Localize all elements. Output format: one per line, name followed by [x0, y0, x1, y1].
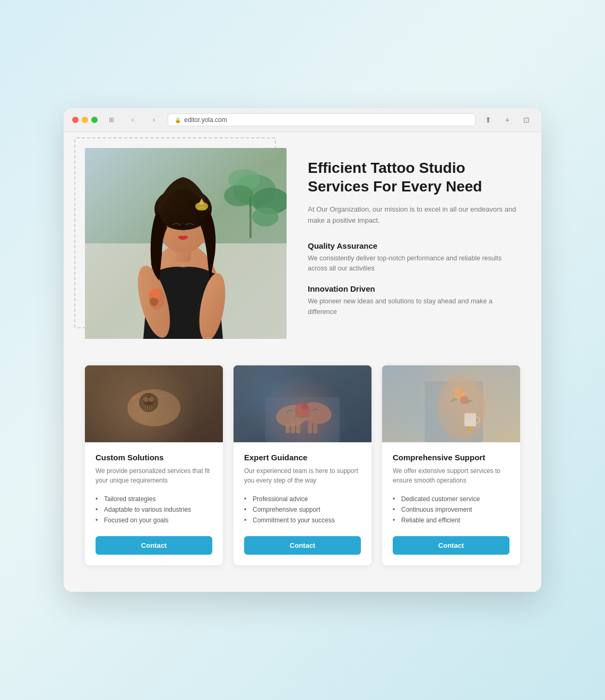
- cards-section: Custom Solutions We provide personalized…: [85, 365, 520, 565]
- svg-point-27: [143, 397, 149, 402]
- card-expert-guidance: Expert Guidance Our experienced team is …: [234, 365, 371, 565]
- svg-point-20: [139, 393, 158, 412]
- card-title-1: Custom Solutions: [96, 453, 212, 462]
- lock-icon: 🔒: [175, 117, 181, 123]
- hero-image-wrapper: [85, 148, 287, 339]
- svg-rect-30: [234, 365, 371, 442]
- svg-rect-29: [85, 365, 223, 442]
- svg-rect-39: [296, 422, 300, 433]
- card-image-1: [85, 365, 223, 442]
- hero-image: [85, 148, 287, 339]
- svg-point-33: [298, 400, 333, 426]
- new-tab-button[interactable]: +: [501, 113, 514, 126]
- svg-rect-41: [313, 424, 317, 433]
- card-title-2: Expert Guidance: [244, 453, 361, 462]
- card-comprehensive-support: Comprehensive Support We offer extensive…: [382, 365, 520, 565]
- svg-point-19: [127, 389, 180, 426]
- browser-window: ⊞ ‹ › 🔒 editor.yola.com ⬆ + ⊡: [64, 108, 541, 592]
- card-body-3: Comprehensive Support We offer extensive…: [382, 442, 520, 565]
- svg-rect-22: [144, 406, 153, 410]
- list-item: Dedicated customer service: [393, 494, 509, 504]
- sidebar-toggle-button[interactable]: ⊞: [104, 115, 119, 125]
- svg-rect-53: [382, 365, 520, 442]
- hero-subtitle: At Our Organization, our mission is to e…: [308, 204, 520, 226]
- svg-rect-43: [382, 365, 520, 442]
- feature-desc-1: We consistently deliver top-notch perfor…: [308, 253, 520, 274]
- bookmark-button[interactable]: ⊡: [520, 113, 533, 126]
- svg-point-50: [461, 391, 468, 397]
- close-traffic-light[interactable]: [72, 117, 79, 123]
- list-item: Adaptable to various industries: [96, 504, 212, 515]
- svg-point-49: [459, 387, 465, 394]
- card-desc-1: We provide personalized services that fi…: [96, 466, 212, 485]
- feature-quality-assurance: Quality Assurance We consistently delive…: [308, 241, 520, 274]
- card-title-3: Comprehensive Support: [393, 453, 509, 462]
- hero-title: Efficient Tattoo Studio Services For Eve…: [308, 159, 520, 196]
- card-list-3: Dedicated customer service Continuous im…: [393, 494, 509, 526]
- svg-rect-18: [85, 365, 223, 442]
- card-image-2: [234, 365, 371, 442]
- back-button[interactable]: ‹: [125, 115, 140, 125]
- svg-rect-37: [286, 424, 290, 433]
- hero-text: Efficient Tattoo Studio Services For Eve…: [308, 148, 520, 328]
- svg-rect-38: [291, 423, 295, 433]
- svg-point-34: [295, 403, 310, 418]
- traffic-lights: [72, 117, 98, 123]
- list-item: Reliable and efficient: [393, 515, 509, 526]
- svg-point-32: [274, 402, 309, 429]
- list-item: Commitment to your success: [244, 515, 361, 526]
- card-body-1: Custom Solutions We provide personalized…: [85, 442, 223, 565]
- svg-rect-42: [234, 365, 371, 442]
- card-desc-3: We offer extensive support services to e…: [393, 466, 509, 485]
- card-list-1: Tailored strategies Adaptable to various…: [96, 494, 212, 526]
- hero-image-placeholder: [85, 148, 287, 339]
- browser-toolbar: ⊞ ‹ › 🔒 editor.yola.com ⬆ + ⊡: [64, 108, 541, 132]
- maximize-traffic-light[interactable]: [91, 117, 98, 123]
- svg-point-48: [453, 387, 460, 395]
- svg-point-47: [460, 396, 469, 404]
- svg-point-36: [301, 404, 308, 410]
- list-item: Continuous improvement: [393, 504, 509, 515]
- address-bar[interactable]: 🔒 editor.yola.com: [168, 113, 476, 126]
- contact-button-2[interactable]: Contact: [244, 536, 361, 555]
- feature-title-1: Quality Assurance: [308, 241, 520, 250]
- list-item: Comprehensive support: [244, 504, 361, 515]
- hero-section: Efficient Tattoo Studio Services For Eve…: [85, 148, 520, 339]
- list-item: Tailored strategies: [96, 494, 212, 504]
- feature-title-2: Innovation Driven: [308, 284, 520, 293]
- svg-rect-31: [265, 397, 340, 442]
- contact-button-3[interactable]: Contact: [393, 536, 509, 555]
- list-item: Professional advice: [244, 494, 361, 504]
- forward-button[interactable]: ›: [146, 115, 161, 125]
- svg-point-45: [438, 376, 486, 440]
- card-custom-solutions: Custom Solutions We provide personalized…: [85, 365, 223, 565]
- feature-desc-2: We pioneer new ideas and solutions to st…: [308, 296, 520, 317]
- card-body-2: Expert Guidance Our experienced team is …: [234, 442, 371, 565]
- card-list-2: Professional advice Comprehensive suppor…: [244, 494, 361, 526]
- browser-content: Efficient Tattoo Studio Services For Eve…: [64, 132, 541, 592]
- minimize-traffic-light[interactable]: [82, 117, 88, 123]
- svg-point-52: [468, 427, 472, 431]
- svg-point-17: [181, 230, 185, 233]
- contact-button-1[interactable]: Contact: [96, 536, 212, 555]
- svg-point-6: [252, 207, 279, 226]
- svg-rect-44: [425, 381, 483, 442]
- card-desc-2: Our experienced team is here to support …: [244, 466, 361, 485]
- svg-point-7: [224, 185, 254, 206]
- svg-rect-40: [308, 423, 312, 433]
- list-item: Focused on your goals: [96, 515, 212, 526]
- card-image-3: [382, 365, 520, 442]
- svg-rect-51: [464, 413, 476, 426]
- svg-point-35: [296, 404, 304, 412]
- svg-point-46: [454, 389, 464, 400]
- svg-point-21: [143, 396, 154, 406]
- feature-innovation-driven: Innovation Driven We pioneer new ideas a…: [308, 284, 520, 317]
- url-text: editor.yola.com: [184, 116, 227, 124]
- svg-point-28: [149, 397, 154, 402]
- share-button[interactable]: ⬆: [482, 113, 495, 126]
